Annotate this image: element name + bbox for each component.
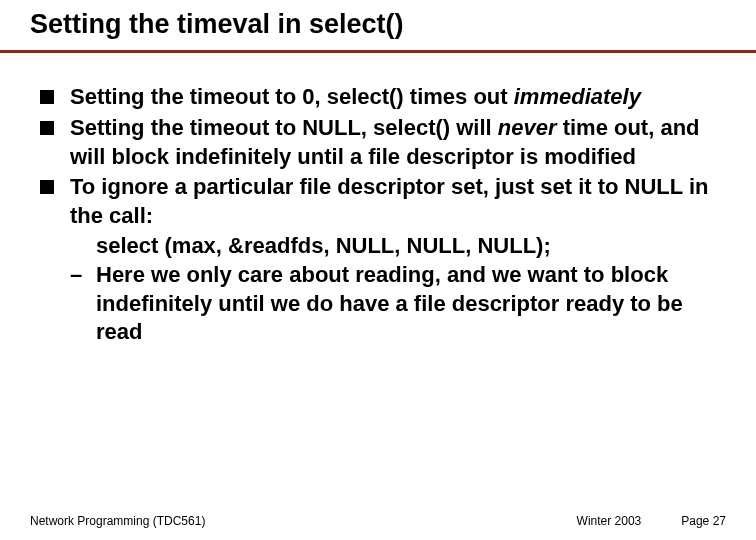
bullet-1-em: immediately	[514, 84, 641, 109]
bullet-2-em: never	[498, 115, 557, 140]
bullet-2-pre: Setting the timeout to NULL, select() wi…	[70, 115, 498, 140]
bullet-square-icon	[40, 90, 54, 104]
slide-title: Setting the timeval in select()	[30, 8, 756, 40]
slide: Setting the timeval in select() Setting …	[0, 0, 756, 540]
title-area: Setting the timeval in select()	[0, 0, 756, 40]
bullet-1-text: Setting the timeout to 0, select() times…	[70, 83, 716, 112]
footer-page-label: Page	[681, 514, 709, 528]
bullet-3-text: To ignore a particular file descriptor s…	[70, 173, 716, 230]
bullet-1: Setting the timeout to 0, select() times…	[40, 83, 716, 112]
footer-term: Winter 2003	[577, 514, 642, 528]
bullet-2-text: Setting the timeout to NULL, select() wi…	[70, 114, 716, 171]
bullet-square-icon	[40, 180, 54, 194]
code-line: select (max, &readfds, NULL, NULL, NULL)…	[96, 232, 716, 261]
bullet-square-icon	[40, 121, 54, 135]
bullet-3: To ignore a particular file descriptor s…	[40, 173, 716, 230]
footer-left: Network Programming (TDC561)	[30, 514, 205, 528]
dash-icon: –	[70, 261, 88, 290]
sub-bullet-1: – Here we only care about reading, and w…	[70, 261, 716, 347]
bullet-1-pre: Setting the timeout to 0, select() times…	[70, 84, 514, 109]
bullet-3-pre: To ignore a particular file descriptor s…	[70, 174, 709, 228]
bullet-2: Setting the timeout to NULL, select() wi…	[40, 114, 716, 171]
footer-page: Page 27	[681, 514, 726, 528]
footer-right: Winter 2003 Page 27	[577, 514, 726, 528]
sub-bullet-1-text: Here we only care about reading, and we …	[96, 261, 716, 347]
footer-page-number: 27	[713, 514, 726, 528]
slide-body: Setting the timeout to 0, select() times…	[0, 53, 756, 346]
footer: Network Programming (TDC561) Winter 2003…	[0, 514, 756, 528]
